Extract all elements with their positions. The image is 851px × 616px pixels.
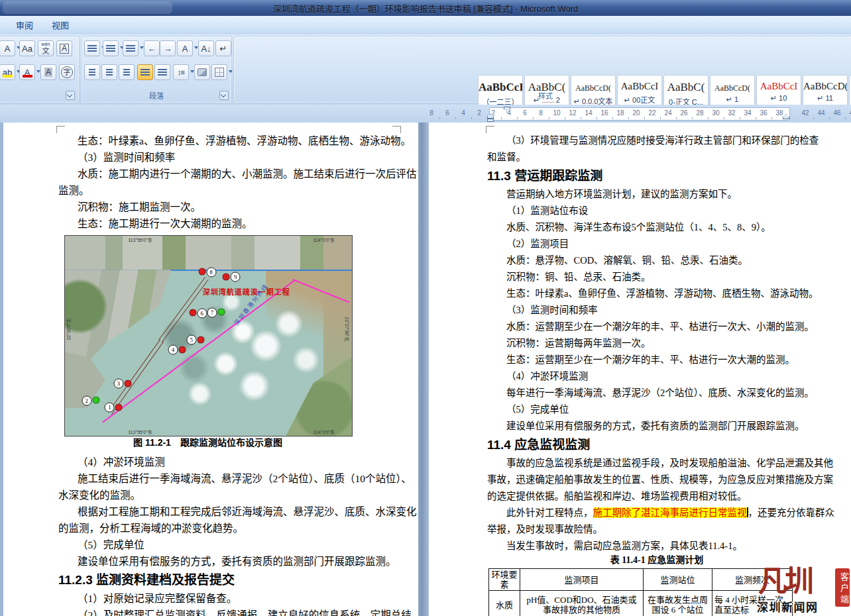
justify-button[interactable] (137, 64, 153, 80)
line-spacing-button[interactable]: ↕≡ (173, 64, 189, 80)
map-coordinate: 114°0'0"东 (313, 429, 335, 435)
ribbon: AAawén文AabAA字 ←→AA↓↵↕≡ 段落 AaBbCcD（一二三）Aa… (0, 34, 851, 105)
character-shading-button[interactable]: A (40, 64, 56, 80)
body-text-line: 沉积物：施工期监测一次。 (58, 199, 400, 215)
monitoring-stations-map[interactable]: 深圳湾航道疏浚一期工程 深圳香港分界线 113°55'0"东 114°0'0"东… (64, 235, 353, 436)
body-text-line: 此外针对工程特点，施工期除了湛江海事局进行日常监视，还要充分依靠群众 (487, 505, 826, 521)
ruler-number: 24 (664, 109, 671, 117)
body-text-line: 事故，迅速确定船舶事故发生的位置、性质、规模等，为应急反应对策措施及方案 (487, 472, 826, 488)
tab-view[interactable]: 视图 (42, 19, 78, 33)
tab-review[interactable]: 审阅 (7, 19, 42, 33)
body-text-line: （3）监测时间和频率 (58, 149, 400, 166)
monitoring-station-dot: 7 (217, 309, 225, 316)
body-text-line: 建设单位采用有偿服务的方式，委托有资质的监测部门开展跟踪监测。 (487, 418, 826, 435)
align-center-button[interactable] (101, 64, 117, 80)
align-left-button[interactable] (84, 64, 100, 80)
justify-icon (141, 69, 150, 76)
decrease-indent-button[interactable]: ← (144, 40, 160, 56)
body-text-line: 生态：叶绿素a、鱼卵仔鱼、浮游植物、浮游动物、底栖生物、游泳动物。 (58, 132, 400, 149)
character-shading-icon: A (44, 68, 52, 77)
body-text-line: 水深变化的监测。 (58, 487, 400, 503)
body-text-line: 每年进行一季海域海流、悬浮泥沙（2个站位）、底质、水深变化的监测。 (487, 385, 826, 401)
font-dialog-launcher[interactable] (66, 91, 75, 100)
enclose-character-button[interactable]: 字 (59, 64, 75, 80)
borders-button[interactable] (211, 64, 227, 80)
shading-button[interactable] (194, 64, 210, 80)
ruler-number: 8 (539, 109, 543, 117)
figure-caption: 图 11.2-1 跟踪监测站位布设示意图 (64, 435, 351, 448)
body-text-line: 生态：叶绿素a、鱼卵仔鱼、浮游植物、浮游动物、底栖生物、游泳动物。 (487, 285, 826, 302)
body-text-line: 生态：施工期进行一次大潮期的监测。 (58, 215, 400, 232)
body-text-line: 沉积物：运营期每两年监测一次。 (487, 335, 826, 352)
body-text-line: 沉积物：铜、铅、总汞、石油类。 (487, 269, 826, 285)
station-number-badge: 3 (113, 379, 123, 389)
ruler-number: 26 (680, 109, 687, 117)
multilevel-list-button[interactable] (123, 40, 139, 56)
body-text-line: （1）对原始记录应完整保留备查。 (58, 590, 400, 607)
ruler-number: 38 (775, 109, 783, 117)
ruler-number: 34 (744, 109, 751, 117)
decrease-indent-icon: ← (148, 44, 156, 54)
ruler-number: 36 (760, 109, 767, 117)
body-text-line: 施工结束后进行一季海域海流、悬浮泥沙（2个站位）、底质（10个站位）、 (58, 470, 400, 487)
table-header-cell: 环境要素 (489, 569, 520, 591)
asian-layout-button[interactable]: A (177, 40, 193, 56)
character-border-icon: A (60, 44, 69, 54)
station-number-badge: 2 (82, 395, 91, 405)
body-text-line: 的选定提供依据。船舶监视和岸边、堆场监视费用相对较低。 (487, 488, 826, 505)
horizontal-ruler[interactable]: 8642246810121416182022242628303234363842… (0, 105, 851, 123)
align-right-button[interactable] (119, 64, 135, 80)
clear-formatting-button[interactable]: Aa (19, 40, 35, 56)
station-number-badge: 5 (186, 335, 196, 345)
body-text-line: （5）完成单位 (58, 537, 400, 553)
ruler-number: 4 (461, 109, 465, 117)
body-text-line: 根据对工程施工期和工程完成后邻近海域海流、悬浮泥沙、底质、水深变化 (58, 503, 400, 520)
body-text-line: 水质、沉积物、海洋生态布设5个监测站位（1、4、5、8、9）。 (487, 219, 826, 236)
map-coordinate: 113°55'0"东 (128, 236, 152, 243)
character-border-button[interactable]: A (56, 40, 72, 56)
body-text-line: 水质：悬浮物、COD、溶解氧、铜、铅、总汞、石油类。 (487, 252, 826, 269)
distributed-button[interactable] (154, 64, 170, 80)
clear-formatting-icon: Aa (22, 44, 32, 54)
font-color-button[interactable]: A (19, 64, 35, 80)
station-number-badge: 8 (206, 267, 216, 277)
dropdown-arrow-icon[interactable] (229, 70, 233, 75)
pinyin-guide-button[interactable]: wén文 (38, 40, 54, 56)
ruler-number: 16 (600, 109, 608, 117)
document-area: 生态：叶绿素a、鱼卵仔鱼、浮游植物、浮游动物、底栖生物、游泳动物。（3）监测时间… (0, 123, 851, 616)
ruler-number: 6 (445, 109, 449, 117)
ruler-number: 2 (477, 109, 481, 117)
font-size-arrow-icon: A (5, 44, 11, 54)
map-coordinate: 22°30'0"北 (65, 318, 72, 340)
show-marks-button[interactable]: ↵ (215, 40, 231, 56)
map-coordinate: 22°27'30"北 (345, 317, 351, 341)
ruler-number: 28 (696, 109, 703, 117)
title-bar[interactable]: 深圳湾航道疏浚工程（一期）环境影响报告书送审稿 [兼容模式] - Microso… (0, 0, 851, 16)
monitoring-station-dot: 9 (223, 273, 230, 280)
bullets-button[interactable] (84, 40, 100, 56)
table-header-cell: 监测站位 (644, 569, 712, 591)
ruler-number: 44 (817, 109, 824, 117)
body-text-line: 当发生事故时，需启动应急监测方案，具体见表11.4-1。 (487, 538, 826, 554)
body-text-line: （3）环境管理与监测情况应随时接受海洋行政主管部门和环保部门的检查 (487, 132, 826, 149)
bullets-icon (87, 45, 97, 52)
styles-group: AaBbCcD（一二三）AaBbC(↵ ...... 2AaBbCcD(↵ 0.… (233, 36, 851, 103)
font-size-arrow-button[interactable]: A (0, 40, 15, 56)
paragraph-dialog-launcher[interactable] (219, 91, 229, 100)
paragraph-group: ←→AA↓↵↕≡ 段落 (81, 36, 232, 103)
align-center-icon (106, 69, 113, 76)
body-text-line: （4）冲淤环境监测 (487, 368, 826, 385)
sort-icon: A↓ (201, 44, 211, 54)
enclose-character-icon: 字 (61, 66, 73, 78)
numbering-button[interactable] (103, 40, 119, 56)
align-left-icon (89, 69, 95, 76)
monitoring-station-dot: 5 (197, 336, 204, 343)
line-spacing-icon: ↕≡ (178, 68, 184, 76)
sort-button[interactable]: A↓ (198, 40, 214, 56)
sznews-logo-icon: 凡圳 (758, 566, 811, 597)
increase-indent-button[interactable]: → (160, 40, 176, 56)
text-highlight-button[interactable]: ab (0, 64, 15, 80)
left-indent-marker[interactable] (487, 114, 494, 122)
monitoring-station-dot: 4 (179, 346, 186, 353)
ruler-number: 10 (553, 109, 560, 117)
